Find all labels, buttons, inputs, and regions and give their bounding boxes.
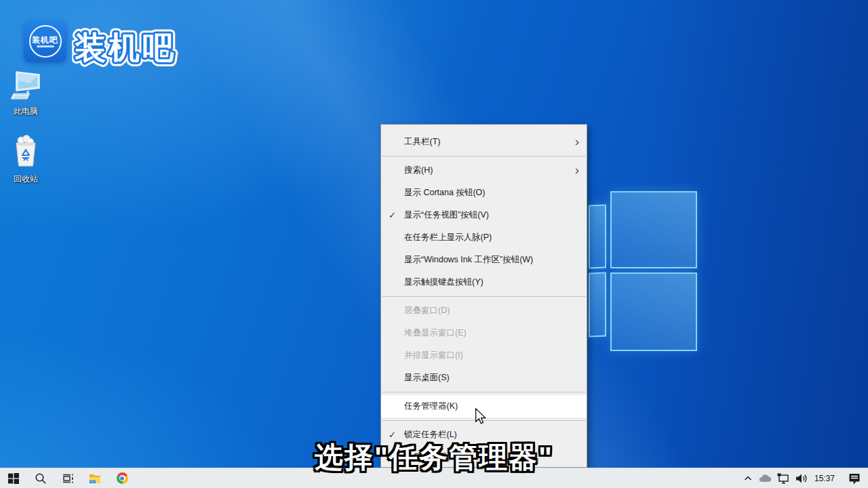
menu-separator bbox=[382, 296, 586, 297]
brand-title-text: 装机吧 装机吧 装机吧 bbox=[72, 22, 201, 70]
brand-logo: 装机吧 装机吧 装机吧 装机吧 bbox=[24, 20, 201, 70]
menu-separator bbox=[382, 392, 586, 392]
menu-item-cascade-windows: 层叠窗口(D) bbox=[381, 300, 587, 322]
desktop-icon-this-pc[interactable]: 此电脑 bbox=[0, 70, 52, 117]
checkmark-icon: ✓ bbox=[389, 204, 396, 226]
windows-logo-pane bbox=[610, 272, 697, 351]
menu-item-show-task-view-button[interactable]: ✓ 显示“任务视图”按钮(V) bbox=[381, 204, 587, 226]
menu-item-toolbars[interactable]: 工具栏(T) › bbox=[381, 131, 587, 153]
windows-logo-pane bbox=[589, 205, 606, 269]
windows-logo-pane bbox=[610, 191, 697, 268]
brand-badge-subtext-decoration bbox=[37, 45, 54, 47]
brand-badge-circle: 装机吧 bbox=[29, 25, 62, 58]
menu-item-show-touch-keyboard[interactable]: 显示触摸键盘按钮(Y) bbox=[381, 271, 587, 293]
desktop-icon-label: 回收站 bbox=[0, 174, 52, 185]
desktop-icon-recycle-bin[interactable]: 回收站 bbox=[0, 135, 52, 185]
this-pc-icon bbox=[9, 70, 42, 101]
submenu-arrow-icon: › bbox=[575, 130, 579, 152]
submenu-arrow-icon: › bbox=[575, 159, 579, 181]
menu-item-show-people[interactable]: 在任务栏上显示人脉(P) bbox=[381, 226, 587, 249]
desktop-icon-label: 此电脑 bbox=[0, 106, 52, 117]
svg-text:装机吧: 装机吧 bbox=[74, 30, 176, 65]
recycle-bin-icon bbox=[9, 135, 42, 169]
windows-logo-watermark bbox=[589, 190, 698, 352]
menu-item-show-desktop[interactable]: 显示桌面(S) bbox=[381, 367, 587, 389]
menu-item-side-by-side-windows: 并排显示窗口(I) bbox=[381, 344, 587, 367]
desktop: 装机吧 装机吧 装机吧 装机吧 此电脑 bbox=[0, 0, 868, 488]
menu-item-show-windows-ink[interactable]: 显示“Windows Ink 工作区”按钮(W) bbox=[381, 249, 587, 271]
caption-subtitle: 选择"任务管理器" bbox=[0, 439, 868, 476]
menu-item-search[interactable]: 搜索(H) › bbox=[381, 159, 587, 182]
menu-item-show-cortana-button[interactable]: 显示 Cortana 按钮(O) bbox=[381, 182, 587, 204]
windows-logo-pane bbox=[589, 272, 606, 338]
menu-separator bbox=[382, 156, 586, 157]
mouse-cursor bbox=[475, 408, 486, 428]
menu-item-stacked-windows: 堆叠显示窗口(E) bbox=[381, 322, 587, 344]
brand-badge-icon: 装机吧 bbox=[24, 20, 66, 62]
brand-badge-text: 装机吧 bbox=[32, 36, 58, 44]
